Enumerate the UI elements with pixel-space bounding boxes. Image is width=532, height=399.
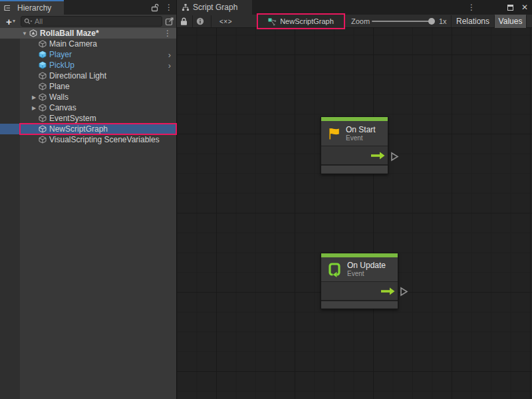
hierarchy-item-player[interactable]: Player › [0,49,176,60]
item-label: Main Camera [49,39,97,49]
create-object-button[interactable]: + ▾ [2,17,19,27]
toolbar-separator [211,15,211,27]
search-input[interactable] [35,17,159,25]
item-label: EventSystem [49,114,96,123]
zoom-label: Zoom [351,15,370,28]
node-header: On Update Event [321,257,398,281]
gameobject-cube-icon [39,104,47,112]
item-label: Canvas [49,103,76,112]
tab-script-graph[interactable]: Script Graph [177,0,252,15]
node-output-port-row [321,146,388,164]
hierarchy-panel: Hierarchy ⋮ + ▾ ▼ RollaBall Maze* ⋮ [0,0,176,399]
gameobject-cube-icon [39,40,47,48]
chevron-down-icon: ▾ [13,19,15,24]
hierarchy-toolbar: + ▾ [0,15,176,28]
zoom-value: 1x [439,15,447,28]
item-label: Plane [49,82,70,91]
scene-name: RollaBall Maze* [40,29,164,38]
gameobject-cube-icon [39,72,47,80]
script-graph-panel: Script Graph ⋮ ✕ <×> NewScriptGraph [176,0,532,399]
prefab-chevron-icon[interactable]: › [168,51,176,59]
gameobject-cube-icon [39,125,47,133]
values-button[interactable]: Values [495,15,526,28]
gameobject-cube-icon [39,82,47,90]
lock-icon[interactable] [180,15,188,28]
node-subtitle: Event [346,134,376,142]
gameobject-cube-icon [39,93,47,101]
hierarchy-tab-actions: ⋮ [151,0,173,15]
breadcrumb-label: NewScriptGraph [280,17,334,25]
hierarchy-menu-icon[interactable]: ⋮ [165,3,173,11]
node-header: On Start Event [321,121,388,146]
hierarchy-icon [3,4,11,12]
item-label: PickUp [49,61,74,70]
scene-expander-icon[interactable]: ▼ [20,31,29,37]
node-title: On Update [347,261,386,270]
hierarchy-item-newscriptgraph[interactable]: NewScriptGraph [0,124,176,134]
graph-tab-bar: Script Graph ⋮ ✕ [177,0,532,15]
item-label: NewScriptGraph [49,124,108,134]
search-icon [24,18,33,25]
close-icon[interactable]: ✕ [521,3,528,11]
hierarchy-item-directional-light[interactable]: Directional Light [0,70,176,81]
node-on-start[interactable]: On Start Event [321,116,388,174]
hierarchy-item-visualscripting-scenevariables[interactable]: VisualScripting SceneVariables [0,134,176,145]
unity-scene-icon [29,29,37,37]
relations-button[interactable]: Relations [452,15,494,28]
prefab-cube-icon [39,51,47,59]
gameobject-cube-icon [39,114,47,122]
scene-menu-icon[interactable]: ⋮ [164,29,176,37]
hierarchy-tab-label: Hierarchy [17,3,51,13]
node-output-port-row [321,281,398,300]
flow-output-arrow-icon[interactable] [380,287,395,295]
hierarchy-item-walls[interactable]: ▶ Walls [0,92,176,102]
node-subtitle: Event [347,270,386,278]
graph-tab-label: Script Graph [193,3,237,12]
plus-icon: + [6,17,12,27]
update-loop-icon [327,261,342,277]
flow-output-arrow-icon[interactable] [370,152,385,160]
dim-button[interactable]: Dim [527,15,532,28]
graph-breadcrumb[interactable]: NewScriptGraph [258,15,344,28]
zoom-slider-track[interactable] [372,21,432,22]
unlock-icon[interactable] [151,3,159,12]
item-label: Player [49,50,72,59]
node-title: On Start [346,125,376,134]
hierarchy-tree: Main Camera Player › PickUp › Directiona… [0,39,176,399]
item-label: Walls [49,92,68,102]
gameobject-cube-icon [39,136,47,144]
tab-hierarchy[interactable]: Hierarchy [0,0,64,15]
info-icon[interactable] [196,15,204,28]
graph-toolbar: <×> NewScriptGraph Zoom 1x Relations Val… [177,15,532,28]
connection-target-triangle-icon[interactable] [400,287,408,297]
hierarchy-item-canvas[interactable]: ▶ Canvas [0,102,176,113]
node-footer [321,164,388,173]
prefab-chevron-icon[interactable]: › [168,61,176,70]
zoom-slider-handle[interactable] [428,18,435,25]
node-on-update[interactable]: On Update Event [321,253,398,309]
prefab-cube-icon [39,61,47,69]
toolbar-separator [192,15,193,27]
panel-menu-icon[interactable]: ⋮ [467,3,475,11]
picker-icon[interactable] [165,17,174,26]
expander-icon[interactable]: ▶ [29,94,39,100]
maximize-icon[interactable] [507,5,513,11]
node-footer [321,300,398,308]
graph-canvas[interactable]: On Start Event On Update Event [177,28,532,399]
window-controls: ⋮ ✕ [467,0,528,15]
item-label: VisualScripting SceneVariables [49,135,160,144]
graph-tab-icon [182,3,190,11]
hierarchy-item-main-camera[interactable]: Main Camera [0,39,176,49]
hierarchy-tab-bar: Hierarchy ⋮ [0,0,176,15]
expander-icon[interactable]: ▶ [29,105,39,111]
hierarchy-search-box[interactable] [21,16,162,27]
unity-editor-window: Hierarchy ⋮ + ▾ ▼ RollaBall Maze* ⋮ [0,0,532,399]
hierarchy-item-eventsystem[interactable]: EventSystem [0,113,176,124]
hierarchy-item-pickup[interactable]: PickUp › [0,60,176,70]
blackboard-variables-icon[interactable]: <×> [219,15,232,28]
connection-target-triangle-icon[interactable] [390,152,399,162]
script-graph-asset-icon [268,17,277,26]
scene-row[interactable]: ▼ RollaBall Maze* ⋮ [0,28,176,39]
hierarchy-item-plane[interactable]: Plane [0,81,176,92]
item-label: Directional Light [49,71,106,80]
